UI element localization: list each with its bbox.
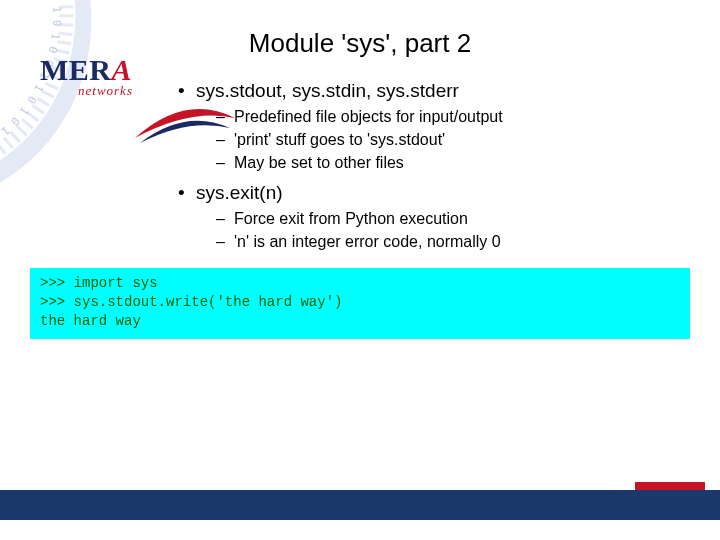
- footer-bar: [0, 490, 720, 520]
- code-line-1: >>> import sys: [40, 274, 680, 293]
- logo: MERA networks: [40, 55, 200, 115]
- bullet-2-sub-2: 'n' is an integer error code, normally 0: [216, 233, 680, 251]
- bullet-2-sub-1: Force exit from Python execution: [216, 210, 680, 228]
- code-line-3: the hard way: [40, 312, 680, 331]
- bullet-1-sub-1: Predefined file objects for input/output: [216, 108, 680, 126]
- code-cmd: sys.stdout.write('the hard way'): [74, 294, 343, 310]
- bullet-1-sub-3: May be set to other files: [216, 154, 680, 172]
- slide-content: sys.stdout, sys.stdin, sys.stderr Predef…: [180, 80, 680, 261]
- code-cmd: import sys: [74, 275, 158, 291]
- code-line-2: >>> sys.stdout.write('the hard way'): [40, 293, 680, 312]
- code-block: >>> import sys >>> sys.stdout.write('the…: [30, 268, 690, 339]
- bullet-1-sub-2: 'print' stuff goes to 'sys.stdout': [216, 131, 680, 149]
- bullet-1: sys.stdout, sys.stdin, sys.stderr: [180, 80, 680, 102]
- bullet-2: sys.exit(n): [180, 182, 680, 204]
- logo-text-accent: A: [112, 55, 133, 85]
- footer-accent: [635, 482, 705, 490]
- prompt: >>>: [40, 275, 74, 291]
- slide: 0 1 1 0 1 0 0 1 1 0 1 0 1 1 0 0 1 0 1 1 …: [0, 0, 720, 540]
- slide-title: Module 'sys', part 2: [0, 28, 720, 59]
- prompt: >>>: [40, 294, 74, 310]
- code-output: the hard way: [40, 313, 141, 329]
- logo-text: MERA: [40, 55, 200, 85]
